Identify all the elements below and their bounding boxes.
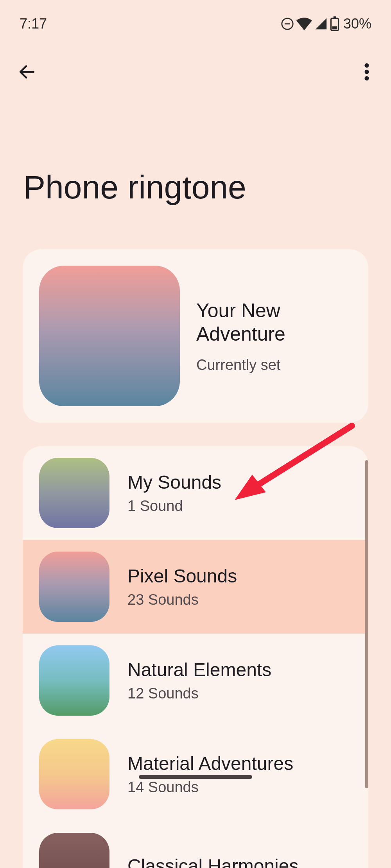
- category-title: Material Adventures: [127, 753, 293, 774]
- thumbnail-material-adventures: [39, 739, 109, 809]
- category-classical-harmonies[interactable]: Classical Harmonies: [23, 821, 368, 868]
- status-bar: 7:17 30%: [0, 0, 391, 42]
- wifi-icon: [296, 17, 312, 30]
- svg-rect-4: [332, 26, 337, 29]
- page-title: Phone ringtone: [0, 102, 391, 222]
- category-subtitle: 14 Sounds: [127, 779, 293, 796]
- status-icons: [281, 16, 339, 31]
- category-subtitle: 1 Sound: [127, 498, 221, 514]
- category-title: Pixel Sounds: [127, 565, 237, 587]
- battery-percent: 30%: [343, 16, 371, 32]
- current-title: Your New Adventure: [196, 299, 352, 346]
- category-subtitle: 23 Sounds: [127, 591, 237, 608]
- category-material-adventures[interactable]: Material Adventures 14 Sounds: [23, 727, 368, 821]
- category-title: Classical Harmonies: [127, 855, 298, 868]
- dnd-icon: [281, 17, 294, 30]
- category-title: Natural Elements: [127, 659, 271, 680]
- nav-handle[interactable]: [139, 775, 252, 779]
- svg-point-5: [365, 63, 369, 68]
- current-ringtone-card[interactable]: Your New Adventure Currently set: [23, 249, 368, 423]
- current-subtitle: Currently set: [196, 357, 352, 373]
- category-my-sounds[interactable]: My Sounds 1 Sound: [23, 446, 368, 540]
- app-bar: [0, 42, 391, 102]
- status-right: 30%: [281, 16, 371, 32]
- more-vert-icon: [364, 63, 369, 80]
- clock: 7:17: [20, 16, 47, 32]
- scrollbar[interactable]: [365, 460, 368, 788]
- category-title: My Sounds: [127, 472, 221, 493]
- current-text: Your New Adventure Currently set: [196, 299, 352, 373]
- category-natural-elements[interactable]: Natural Elements 12 Sounds: [23, 634, 368, 727]
- svg-point-7: [365, 76, 369, 80]
- category-subtitle: 12 Sounds: [127, 685, 271, 702]
- svg-point-6: [365, 70, 369, 74]
- thumbnail-natural-elements: [39, 645, 109, 716]
- thumbnail-classical-harmonies: [39, 833, 109, 868]
- arrow-back-icon: [17, 62, 37, 82]
- back-button[interactable]: [16, 61, 38, 82]
- more-button[interactable]: [359, 61, 375, 82]
- category-pixel-sounds[interactable]: Pixel Sounds 23 Sounds: [23, 540, 368, 634]
- current-thumbnail: [39, 266, 180, 406]
- svg-rect-3: [334, 16, 336, 18]
- thumbnail-pixel-sounds: [39, 552, 109, 622]
- cellular-icon: [314, 17, 328, 30]
- battery-icon: [330, 16, 339, 31]
- thumbnail-my-sounds: [39, 458, 109, 528]
- category-list: My Sounds 1 Sound Pixel Sounds 23 Sounds…: [23, 446, 368, 868]
